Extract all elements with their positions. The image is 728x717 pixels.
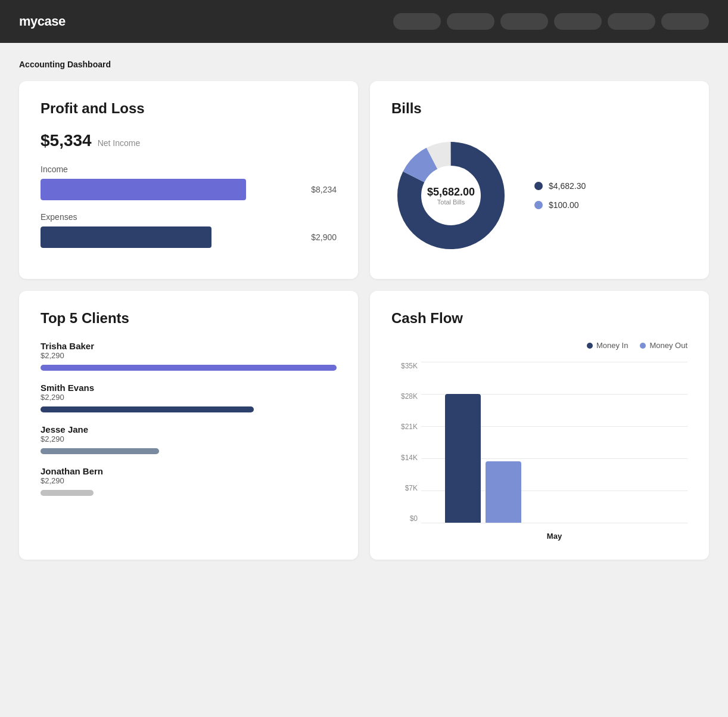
ylabel-35k: $35K [391, 362, 418, 370]
client-bar-1 [41, 365, 337, 371]
client-item-3: Jesse Jane $2,290 [41, 424, 337, 454]
cashflow-legend-money-out: Money Out [640, 341, 687, 350]
client-bar-4 [41, 490, 94, 496]
cashflow-title: Cash Flow [391, 310, 687, 327]
dashboard-grid: Profit and Loss $5,334 Net Income Income… [19, 81, 709, 560]
nav-pill-5[interactable] [608, 13, 655, 30]
client-name-3: Jesse Jane [41, 424, 337, 434]
donut-center-label: Total Bills [427, 198, 475, 206]
cashflow-bar-money-out [486, 461, 521, 523]
money-out-label: Money Out [649, 341, 687, 350]
ylabel-21k: $21K [391, 423, 418, 431]
client-item-4: Jonathan Bern $2,290 [41, 466, 337, 496]
cashflow-legend-money-in: Money In [587, 341, 628, 350]
net-income-label: Net Income [98, 138, 141, 148]
expenses-label: Expenses [41, 212, 337, 222]
client-amount-3: $2,290 [41, 434, 337, 443]
top5-clients-card: Top 5 Clients Trisha Baker $2,290 Smith … [19, 291, 358, 560]
legend-dot-2 [534, 201, 543, 209]
cashflow-chart: $35K $28K $21K $14K $7K $0 [391, 362, 687, 541]
donut-chart: $5,682.00 Total Bills [391, 136, 511, 255]
topnav: mycase [0, 0, 728, 43]
donut-center: $5,682.00 Total Bills [427, 186, 475, 206]
nav-pill-2[interactable] [447, 13, 494, 30]
client-name-1: Trisha Baker [41, 341, 337, 351]
page-title: Accounting Dashboard [19, 60, 709, 69]
nav-pill-3[interactable] [500, 13, 548, 30]
profit-loss-card: Profit and Loss $5,334 Net Income Income… [19, 81, 358, 279]
nav-pill-4[interactable] [554, 13, 602, 30]
client-name-4: Jonathan Bern [41, 466, 337, 476]
clients-list: Trisha Baker $2,290 Smith Evans $2,290 J… [41, 341, 337, 508]
nav-pill-6[interactable] [661, 13, 709, 30]
nav-pill-1[interactable] [393, 13, 441, 30]
client-name-2: Smith Evans [41, 383, 337, 393]
income-bar-row: $8,234 [41, 179, 337, 200]
donut-center-value: $5,682.00 [427, 186, 475, 198]
bills-legend: $4,682.30 $100.00 [534, 181, 586, 210]
client-bar-2 [41, 406, 254, 412]
income-bar-track [41, 179, 304, 200]
legend-item-1: $4,682.30 [534, 181, 586, 191]
top5-title: Top 5 Clients [41, 310, 337, 327]
expenses-bar-track [41, 226, 304, 248]
client-item-1: Trisha Baker $2,290 [41, 341, 337, 371]
cashflow-xlabel: May [421, 532, 687, 541]
cashflow-legend: Money In Money Out [391, 341, 687, 350]
client-amount-4: $2,290 [41, 476, 337, 485]
income-value: $8,234 [311, 185, 337, 194]
expenses-bar-row: $2,900 [41, 226, 337, 248]
income-section: Income $8,234 [41, 164, 337, 200]
cashflow-card: Cash Flow Money In Money Out $35K $28K $… [370, 291, 709, 560]
expenses-section: Expenses $2,900 [41, 212, 337, 248]
client-amount-1: $2,290 [41, 351, 337, 360]
money-in-dot [587, 343, 593, 349]
bills-title: Bills [391, 100, 687, 117]
legend-dot-1 [534, 182, 543, 190]
money-in-label: Money In [596, 341, 628, 350]
money-out-dot [640, 343, 646, 349]
net-income-value: $5,334 [41, 131, 92, 150]
page-content: Accounting Dashboard Profit and Loss $5,… [0, 43, 728, 579]
ylabel-14k: $14K [391, 454, 418, 462]
net-income-row: $5,334 Net Income [41, 131, 337, 150]
ylabel-28k: $28K [391, 392, 418, 401]
cashflow-bar-money-in [445, 394, 481, 523]
bills-content: $5,682.00 Total Bills $4,682.30 $100.00 [391, 131, 687, 255]
logo: mycase [19, 14, 386, 29]
expenses-bar-fill [41, 226, 211, 248]
client-item-2: Smith Evans $2,290 [41, 383, 337, 412]
ylabel-7k: $7K [391, 484, 418, 492]
income-label: Income [41, 164, 337, 174]
cashflow-yaxis: $35K $28K $21K $14K $7K $0 [391, 362, 418, 523]
grid-line-6 [421, 523, 687, 523]
cashflow-bars [421, 362, 687, 523]
legend-label-2: $100.00 [549, 200, 579, 210]
bills-card: Bills $5,682.00 Total B [370, 81, 709, 279]
profit-loss-title: Profit and Loss [41, 100, 337, 117]
client-bar-3 [41, 448, 159, 454]
legend-item-2: $100.00 [534, 200, 586, 210]
legend-label-1: $4,682.30 [549, 181, 586, 191]
ylabel-0: $0 [391, 514, 418, 523]
income-bar-fill [41, 179, 246, 200]
expenses-value: $2,900 [311, 232, 337, 242]
client-amount-2: $2,290 [41, 393, 337, 402]
nav-pills [393, 13, 709, 30]
